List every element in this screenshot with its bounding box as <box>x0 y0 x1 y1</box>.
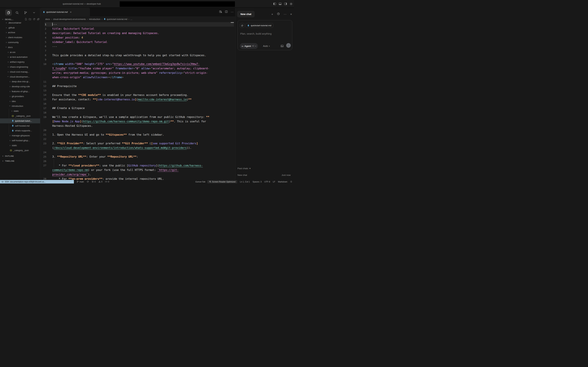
send-button[interactable]: ↑ <box>286 43 291 48</box>
code-line[interactable]: write; encrypted-media; gyroscope; pictu… <box>40 71 235 75</box>
code-line[interactable]: 14Ensure that the **CDE module** is enab… <box>40 93 235 97</box>
code-line[interactable]: when-cross-origin" allowfullscreen></ifr… <box>40 75 235 80</box>
code-line[interactable]: 28 * For **on-prem providers**: provide … <box>40 176 235 180</box>
code-line[interactable]: 232. **Git Provider**: Select your prefe… <box>40 141 235 146</box>
breadcrumb-item[interactable]: cloud-development-environments <box>53 18 86 20</box>
activity-source-control-icon[interactable] <box>22 9 29 16</box>
open-preview-icon[interactable] <box>219 10 222 14</box>
tree-item-cloud-developmen-[interactable]: ›cloud-developmen... <box>0 74 40 79</box>
code-line[interactable]: 9 <box>40 58 235 62</box>
code-editor[interactable]: 1---2title: Quickstart Tutorial3descript… <box>40 22 235 180</box>
tree-item-self-hosted-md[interactable]: self-hosted.md <box>0 123 40 128</box>
code-line[interactable]: community/demo-repo-nm) or your fork (us… <box>40 168 235 172</box>
more-actions-icon[interactable]: ··· <box>231 11 234 13</box>
tree-item-quickstart-tutori-[interactable]: quickstart-tutori... <box>0 118 40 123</box>
tree-item--category-json[interactable]: {}_category_.json <box>0 148 40 153</box>
status-item-screen-reader-optimized[interactable]: Screen Reader Optimized <box>207 180 237 183</box>
code-line[interactable]: 11 <box>40 80 235 84</box>
tree-item-features-of-gitsp-[interactable]: ›features-of-gitsp... <box>0 89 40 94</box>
tree-item-self-hosted-gitsp-[interactable]: ›self-hosted-gitsp... <box>0 138 40 143</box>
code-line[interactable]: 13 <box>40 88 235 93</box>
tree-item-cloud-cost-manag-[interactable]: ›cloud-cost-manag... <box>0 69 40 74</box>
code-line[interactable]: 6--- <box>40 44 235 49</box>
status-item-0[interactable]: 0 <box>98 181 103 183</box>
tree-item-client-modules[interactable]: ›client-modules <box>0 35 40 40</box>
code-line[interactable]: 27 * For **cloud providers**: use the pu… <box>40 163 235 168</box>
chat-tab-new-chat[interactable]: New chat <box>237 11 255 17</box>
code-line[interactable]: 17## Create a Gitspace <box>40 106 235 110</box>
tree-item-ides[interactable]: ›ides <box>0 99 40 104</box>
breadcrumb-item[interactable]: introduction <box>89 18 100 20</box>
add-context-button[interactable]: @ <box>240 23 244 28</box>
close-tab-icon[interactable]: × <box>70 11 72 13</box>
code-line[interactable]: 10<iframe width="500" height="275" src="… <box>40 62 235 66</box>
code-line[interactable]: 5sidebar_label: Quickstart Tutorial <box>40 40 235 44</box>
code-line[interactable]: (/docs/cloud-development-environments/in… <box>40 146 235 150</box>
tree-item-deep-dive-into-gi-[interactable]: ›deep-dive-into-gi... <box>0 79 40 84</box>
status-item-utf-8[interactable]: UTF-8 <box>264 181 270 183</box>
status-item-bell[interactable] <box>290 181 292 183</box>
sidebar-section-outline[interactable]: ›OUTLINE <box>0 153 40 158</box>
code-line[interactable]: 211. Open the Harness UI and go to **Git… <box>40 132 235 137</box>
code-line[interactable]: 3description: Detailed Tutorial on creat… <box>40 31 235 35</box>
code-line[interactable]: 20 <box>40 128 235 132</box>
code-line[interactable]: 253. **Repository URL**: Enter your **Re… <box>40 155 235 159</box>
toggle-left-sidebar-icon[interactable] <box>273 2 276 5</box>
activity-search-icon[interactable] <box>14 9 20 16</box>
chat-more-icon[interactable]: ··· <box>284 13 287 16</box>
tree-item-docs[interactable]: ›docs <box>0 45 40 50</box>
code-line[interactable]: 2title: Quickstart Tutorial <box>40 27 235 31</box>
code-line[interactable]: 4sidebar_position: 4 <box>40 35 235 40</box>
past-chats-header[interactable]: Past chats ▾ <box>237 167 250 170</box>
tree-item-ai-sre[interactable]: ›ai-sre <box>0 50 40 55</box>
tree-item-static[interactable]: ›static <box>0 108 40 113</box>
status-item-cursor-tab[interactable]: Cursor Tab <box>195 181 205 183</box>
status-item-spaces-3[interactable]: Spaces: 3 <box>252 181 261 183</box>
tree-item-artifact-registry[interactable]: ›artifact-registry <box>0 59 40 64</box>
sidebar-section-timeline[interactable]: ›TIMELINE <box>0 158 40 163</box>
tree-item--category-json[interactable]: {}_category_.json <box>0 113 40 118</box>
status-item-0[interactable]: 0 <box>92 181 96 183</box>
code-line[interactable]: Harness-Hosted Gitspaces. <box>40 124 235 128</box>
new-chat-plus-icon[interactable]: + <box>271 13 273 16</box>
chevron-down-icon[interactable]: › <box>2 18 4 20</box>
context-file-pill[interactable]: quickstart-tutorial.md <box>245 23 273 28</box>
code-line[interactable]: 8This guide provides a detailed step-by-… <box>40 53 235 58</box>
chat-close-icon[interactable]: × <box>290 13 292 16</box>
tree-item--github[interactable]: ›.github <box>0 25 40 30</box>
status-item-0[interactable]: 0 <box>105 181 109 183</box>
activity-chevron-down-icon[interactable] <box>31 9 37 16</box>
tab-quickstart-tutorial[interactable]: quickstart-tutorial.md × <box>40 8 90 16</box>
code-line[interactable]: [Demo Node.js App](https://github.com/ha… <box>40 119 235 124</box>
code-line[interactable]: 22 <box>40 137 235 141</box>
chat-input-card[interactable]: @ quickstart-tutorial.md Plan, search, b… <box>237 20 292 50</box>
breadcrumb-item[interactable]: quickstart-tutorial.md <box>104 18 127 20</box>
code-line[interactable]: 16 <box>40 101 235 106</box>
tree-item-ai-test-automation[interactable]: ›ai-test-automation <box>0 55 40 60</box>
status-item-lf[interactable]: LF <box>273 181 275 183</box>
code-line[interactable]: provider.com/org/repo`). <box>40 172 235 176</box>
attach-image-icon[interactable] <box>281 44 284 48</box>
toggle-panel-icon[interactable] <box>279 2 282 5</box>
code-line[interactable]: 12## Prerequisite <box>40 84 235 88</box>
code-line[interactable]: 7 <box>40 49 235 53</box>
tree-item-introduction[interactable]: ›introduction <box>0 104 40 109</box>
past-chat-item[interactable]: New chat Just now <box>237 174 290 176</box>
code-line[interactable]: 18 <box>40 110 235 115</box>
tree-item-manage-gitspaces[interactable]: ›manage-gitspaces <box>0 133 40 138</box>
breadcrumb-item[interactable]: docs <box>45 18 50 20</box>
scrollbar-thumb[interactable] <box>231 22 234 23</box>
split-editor-icon[interactable] <box>225 10 228 14</box>
code-line[interactable]: 26 <box>40 159 235 163</box>
tree-item-chaos-engineering[interactable]: ›chaos-engineering <box>0 64 40 69</box>
tree-item-develop-using-cde[interactable]: ›develop-using-cde <box>0 84 40 89</box>
toggle-right-sidebar-icon[interactable] <box>284 2 287 5</box>
model-select[interactable]: Auto ▾ <box>263 43 270 49</box>
settings-gear-icon[interactable] <box>290 2 293 5</box>
agent-mode-select[interactable]: ∞ Agent ⌘I ▾ <box>240 43 258 49</box>
chat-history-icon[interactable] <box>277 12 280 16</box>
code-line[interactable]: 19We’ll now create a Gitspace, we’ll use… <box>40 115 235 119</box>
status-item-ln-1-col-1[interactable]: Ln 1, Col 1 <box>240 181 250 183</box>
tree-item-git-providers[interactable]: ›git-providers <box>0 94 40 99</box>
code-line[interactable]: 1--- <box>40 22 235 27</box>
